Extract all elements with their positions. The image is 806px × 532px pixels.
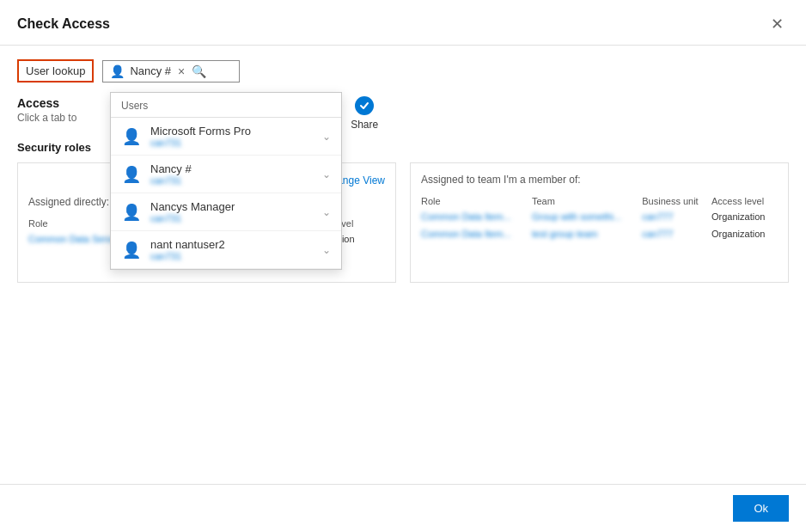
dialog-footer: Ok (0, 484, 806, 532)
list-item[interactable]: 👤 Nancys Manager can731 ⌄ (111, 193, 341, 231)
lookup-value: Nancy # (130, 64, 171, 77)
table-row: Common Data Item... Group with somethi..… (421, 208, 778, 225)
list-item[interactable]: 👤 nant nantuser2 can731 ⌄ (111, 231, 341, 269)
dropdown-item-name: nant nantuser2 (150, 238, 314, 251)
access-level-cell: Organization (711, 229, 765, 239)
lookup-search-icon[interactable]: 🔍 (192, 64, 206, 78)
check-icon (359, 101, 369, 111)
dropdown-item-text: Microsoft Forms Pro can731 (150, 125, 314, 148)
ok-button[interactable]: Ok (733, 495, 789, 522)
list-item[interactable]: 👤 Microsoft Forms Pro can731 ⌄ (111, 118, 341, 156)
dropdown-item-sub: can731 (150, 251, 314, 261)
team-cell: Group with somethi... (532, 211, 621, 222)
dropdown-item-sub: can731 (150, 138, 314, 148)
chevron-down-icon: ⌄ (322, 244, 331, 256)
person-icon: 👤 (110, 64, 125, 78)
business-unit-cell: can777 (642, 229, 673, 239)
role-cell: Common Data Item... (421, 229, 511, 239)
user-dropdown-panel: Users 👤 Microsoft Forms Pro can731 ⌄ 👤 (110, 92, 342, 270)
perm-check-share (355, 96, 374, 115)
dialog-title: Check Access (17, 16, 110, 32)
col-business-unit: Business unit (642, 194, 711, 208)
perm-label-share: Share (351, 119, 378, 131)
dropdown-header: Users (111, 93, 341, 118)
list-item[interactable]: 👤 Nancy # can731 ⌄ (111, 156, 341, 193)
dropdown-item-sub: can731 (150, 213, 314, 223)
check-access-dialog: Check Access ✕ User lookup 👤 Nancy # × 🔍… (0, 0, 806, 532)
dropdown-item-name: Nancy # (150, 162, 314, 175)
col-team: Team (532, 194, 642, 208)
table-row: Common Data Item... test group team can7… (421, 225, 778, 242)
access-title: Access (17, 96, 76, 110)
access-level-cell: Organization (711, 211, 765, 222)
assigned-team-title: Assigned to team I'm a member of: (421, 174, 778, 186)
avatar-icon: 👤 (121, 202, 142, 223)
assigned-team-table: Role Team Business unit Access level Com… (421, 194, 778, 242)
avatar-icon: 👤 (121, 126, 142, 147)
role-cell: Common Data Item... (421, 211, 511, 222)
dropdown-item-name: Microsoft Forms Pro (150, 125, 314, 138)
user-lookup-label: User lookup (17, 59, 94, 83)
dropdown-item-name: Nancys Manager (150, 200, 314, 213)
dropdown-item-text: Nancys Manager can731 (150, 200, 314, 223)
lookup-clear-button[interactable]: × (176, 64, 186, 78)
close-button[interactable]: ✕ (765, 12, 789, 36)
chevron-down-icon: ⌄ (322, 168, 331, 180)
avatar-icon: 👤 (121, 164, 142, 185)
assigned-team-box: Assigned to team I'm a member of: Role T… (410, 162, 789, 283)
lookup-input-box[interactable]: 👤 Nancy # × 🔍 (102, 60, 240, 83)
perm-share: Share (351, 96, 378, 131)
chevron-down-icon: ⌄ (322, 131, 331, 143)
user-lookup-row: User lookup 👤 Nancy # × 🔍 Users 👤 Micros… (17, 59, 789, 83)
access-text-block: Access Click a tab to (17, 96, 76, 124)
team-cell: test group team (532, 229, 597, 239)
col-access-level: Access level (711, 194, 778, 208)
col-role: Role (421, 194, 532, 208)
dropdown-item-text: Nancy # can731 (150, 162, 314, 186)
avatar-icon: 👤 (121, 240, 142, 260)
chevron-down-icon: ⌄ (322, 206, 331, 218)
access-subtitle: Click a tab to (17, 112, 76, 124)
business-unit-cell: can777 (642, 211, 673, 222)
dropdown-item-text: nant nantuser2 can731 (150, 238, 314, 261)
dropdown-item-sub: can731 (150, 175, 314, 186)
dialog-body: User lookup 👤 Nancy # × 🔍 Users 👤 Micros… (0, 46, 806, 484)
dialog-header: Check Access ✕ (0, 0, 806, 46)
dropdown-list: 👤 Microsoft Forms Pro can731 ⌄ 👤 Nancy #… (111, 118, 341, 269)
